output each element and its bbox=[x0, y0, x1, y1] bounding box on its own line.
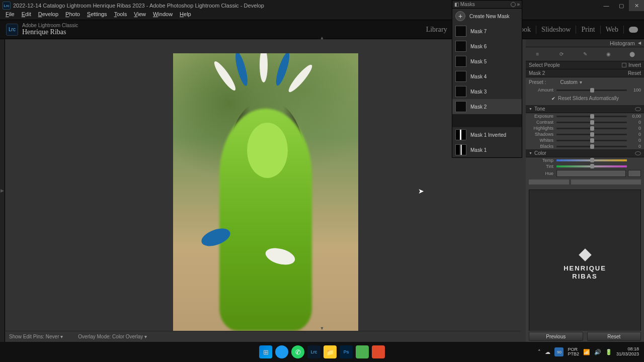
mask-item-extra[interactable]: Mask 1 Inverted bbox=[452, 127, 522, 142]
module-library[interactable]: Library bbox=[421, 26, 453, 34]
mask-item-6[interactable]: Mask 6 bbox=[452, 39, 522, 54]
tray-chevron-icon[interactable]: ˄ bbox=[538, 349, 541, 355]
module-print[interactable]: Print bbox=[576, 26, 600, 34]
amount-value[interactable]: 100 bbox=[627, 87, 641, 93]
shadows-slider[interactable] bbox=[556, 134, 627, 135]
menu-file[interactable]: File bbox=[2, 11, 18, 17]
contrast-slider[interactable] bbox=[556, 122, 627, 123]
exposure-slider[interactable] bbox=[556, 116, 627, 117]
reset-button[interactable]: Reset bbox=[587, 332, 641, 341]
create-new-mask-button[interactable]: + Create New Mask bbox=[452, 9, 522, 24]
module-web[interactable]: Web bbox=[601, 26, 624, 34]
left-panel-toggle[interactable]: ▶ bbox=[0, 39, 5, 342]
explorer-icon[interactable]: 📁 bbox=[324, 345, 337, 358]
mask-label: Mask 3 bbox=[470, 89, 487, 95]
app-green-icon[interactable] bbox=[356, 345, 369, 358]
menu-tools[interactable]: Tools bbox=[111, 11, 131, 17]
menu-photo[interactable]: Photo bbox=[62, 11, 84, 17]
battery-icon[interactable]: 🔋 bbox=[605, 349, 612, 355]
mask-item-5[interactable]: Mask 5 bbox=[452, 54, 522, 69]
mask-thumb bbox=[455, 26, 466, 37]
invert-checkbox[interactable] bbox=[622, 63, 626, 67]
photoshop-icon[interactable]: Ps bbox=[340, 345, 353, 358]
mask-item-2[interactable]: Mask 2 bbox=[452, 99, 522, 114]
title-bar: Lrc 2022-12-14 Catalogo Lightroom Henriq… bbox=[0, 0, 644, 11]
saturation-swatch[interactable] bbox=[529, 179, 569, 185]
blacks-slider[interactable] bbox=[556, 146, 627, 147]
contrast-value[interactable]: 0 bbox=[627, 120, 641, 125]
mask-thumb bbox=[455, 101, 466, 112]
color-section-header[interactable]: ▼Color bbox=[526, 149, 644, 157]
amount-label: Amount bbox=[529, 87, 556, 93]
reset-auto-checkbox[interactable]: ✔ bbox=[551, 96, 556, 101]
masks-expand-icon[interactable]: » bbox=[517, 2, 520, 7]
masking-icon[interactable]: ⬤ bbox=[628, 50, 637, 59]
mask-item-3[interactable]: Mask 3 bbox=[452, 84, 522, 99]
blacks-value[interactable]: 0 bbox=[627, 144, 641, 149]
onedrive-icon[interactable]: ☁ bbox=[545, 349, 550, 355]
saturation-slider[interactable] bbox=[571, 179, 641, 185]
menu-settings[interactable]: Settings bbox=[84, 11, 111, 17]
histogram-header[interactable]: Histogram◀ bbox=[526, 39, 644, 47]
wifi-icon[interactable]: 📶 bbox=[583, 349, 590, 355]
tint-slider[interactable] bbox=[556, 165, 627, 167]
select-people-label[interactable]: Select People bbox=[529, 62, 560, 68]
menu-view[interactable]: View bbox=[130, 11, 149, 17]
hue-slider[interactable] bbox=[556, 170, 626, 177]
highlights-slider[interactable] bbox=[556, 128, 627, 129]
mask-item-4[interactable]: Mask 4 bbox=[452, 69, 522, 84]
start-button[interactable]: ⊞ bbox=[259, 345, 272, 358]
show-edit-pins-value[interactable]: Never bbox=[46, 334, 59, 339]
overlay-mode-value[interactable]: Color Overlay bbox=[112, 334, 143, 339]
shadows-label: Shadows bbox=[529, 132, 556, 137]
menu-develop[interactable]: Develop bbox=[35, 11, 62, 17]
mask-reset-link[interactable]: Reset bbox=[628, 70, 641, 76]
temp-slider[interactable] bbox=[556, 159, 627, 161]
whites-value[interactable]: 0 bbox=[627, 138, 641, 143]
brand-logo-icon bbox=[579, 248, 592, 261]
module-slideshow[interactable]: Slideshow bbox=[536, 26, 576, 34]
masks-title: Masks bbox=[460, 2, 475, 7]
minimize-button[interactable]: — bbox=[599, 0, 614, 11]
mask-item-extra[interactable]: Mask 1 bbox=[452, 142, 522, 157]
edge-icon[interactable] bbox=[275, 345, 288, 358]
close-button[interactable]: ✕ bbox=[629, 0, 644, 11]
cloud-sync-icon[interactable] bbox=[629, 27, 638, 33]
exposure-value[interactable]: 0,00 bbox=[627, 114, 641, 119]
shadows-value[interactable]: 0 bbox=[627, 132, 641, 137]
masks-overlay-toggle-icon[interactable] bbox=[511, 2, 516, 7]
masks-panel[interactable]: ◧ Masks » + Create New Mask Mask 7Mask 6… bbox=[452, 0, 522, 158]
language-indicator[interactable]: POR PTB2 bbox=[568, 347, 579, 356]
color-visibility-icon[interactable] bbox=[635, 151, 641, 155]
contrast-label: Contrast bbox=[529, 120, 556, 125]
maximize-button[interactable]: ▢ bbox=[614, 0, 629, 11]
highlights-value[interactable]: 0 bbox=[627, 126, 641, 131]
whatsapp-icon[interactable]: ✆ bbox=[291, 345, 304, 358]
tone-section-header[interactable]: ▼Tone bbox=[526, 105, 644, 113]
tone-visibility-icon[interactable] bbox=[635, 107, 641, 111]
hue-swatch[interactable] bbox=[628, 170, 641, 177]
user-name: Henrique Ribas bbox=[22, 28, 78, 36]
app-orange-icon[interactable] bbox=[372, 345, 385, 358]
clock[interactable]: 08:1831/03/2023 bbox=[616, 347, 639, 357]
volume-icon[interactable]: 🔊 bbox=[594, 349, 601, 355]
redeye-icon[interactable]: ◉ bbox=[604, 50, 613, 59]
lightroom-taskbar-icon[interactable]: Lrc bbox=[307, 345, 320, 358]
whites-slider[interactable] bbox=[556, 140, 627, 141]
preset-value[interactable]: Custom bbox=[560, 79, 577, 85]
previous-button[interactable]: Previous bbox=[529, 332, 583, 341]
weather-widget[interactable]: 90 bbox=[554, 347, 564, 356]
menu-help[interactable]: Help bbox=[176, 11, 195, 17]
menu-window[interactable]: Window bbox=[149, 11, 176, 17]
photo-preview[interactable] bbox=[173, 53, 358, 331]
edit-sliders-icon[interactable]: ≡ bbox=[533, 50, 542, 59]
filmstrip-grip[interactable]: ▼ bbox=[320, 326, 325, 331]
menu-edit[interactable]: Edit bbox=[18, 11, 35, 17]
lrc-badge: Lrc bbox=[6, 24, 18, 36]
mask-item-7[interactable]: Mask 7 bbox=[452, 24, 522, 39]
amount-slider[interactable] bbox=[556, 89, 627, 91]
mask-label: Mask 1 bbox=[470, 147, 487, 153]
crop-icon[interactable]: ⟳ bbox=[557, 50, 566, 59]
heal-icon[interactable]: ✎ bbox=[581, 50, 590, 59]
whites-label: Whites bbox=[529, 138, 556, 143]
